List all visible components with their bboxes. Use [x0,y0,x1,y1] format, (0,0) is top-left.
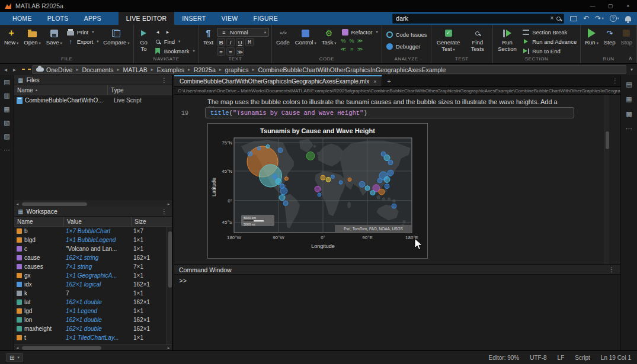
editor-vscrollbar[interactable] [604,95,609,265]
new-button[interactable]: + New▾ [2,27,20,47]
collapse-ribbon-button[interactable]: ∧ [628,55,632,61]
wrap-comments-button[interactable]: ≫ [357,37,364,44]
navigate-forward-icon[interactable]: ▸ [164,28,172,36]
run-and-advance-button[interactable]: Run and Advance [521,37,578,46]
right-panel-toggle-icon-2[interactable]: ▦ [626,96,632,102]
workspace-row[interactable]: t1×1 TiledChartLay...1×1 [14,333,172,342]
workspace-column-size[interactable]: Size [132,217,172,226]
breadcrumb-item[interactable]: MATLAB [123,66,148,73]
files-menu-icon[interactable]: ⋮ [160,77,168,83]
breadcrumb-item[interactable]: OneDrive [46,66,72,73]
files-column-name[interactable]: Name▴ [14,85,108,95]
command-window-menu-icon[interactable]: ⋮ [607,266,616,273]
tab-close-icon[interactable]: × [373,79,376,85]
text-button[interactable]: ¶ Text [201,27,215,47]
indent-right-button[interactable]: ≫ [357,46,364,53]
goto-button[interactable]: Go To [136,27,151,54]
breadcrumb-item[interactable]: CombineBubbleChartWithOtherGraphicsInGeo… [258,66,446,73]
bookmark-button[interactable]: Bookmark▾ [153,47,196,55]
refactor-button[interactable]: Refactor▾ [340,28,379,36]
breadcrumb-item[interactable]: graphics [225,66,249,73]
scroll-left-icon[interactable]: ◂ [14,345,21,351]
ribbon-tab-view[interactable]: VIEW [213,12,245,25]
workspace-vscrollbar[interactable] [167,227,172,344]
encoding-indicator[interactable]: UTF-8 [530,355,546,361]
bold-button[interactable]: B [217,38,225,46]
eol-indicator[interactable]: LF [558,355,565,361]
open-button[interactable]: Open▾ [22,27,43,47]
help-icon[interactable]: ?▾ [610,15,619,22]
files-hscrollbar[interactable]: ◂ ▸ [14,201,172,207]
right-panel-toggle-icon-1[interactable]: ▤ [626,81,632,88]
left-panel-toggle-icon-1[interactable]: ▤ [4,79,9,85]
search-input[interactable] [396,15,547,22]
task-button[interactable]: ⚙ Task▾ [320,27,338,47]
breadcrumb-item[interactable]: R2025a [194,66,216,73]
command-prompt[interactable]: >> [174,275,620,288]
bulleted-list-button[interactable]: ≡ [217,47,225,56]
code-line[interactable]: title("Tsunamis by Cause and Wave Height… [205,107,574,118]
redo-icon[interactable]: ↷▾ [595,15,603,22]
back-icon[interactable]: ◂ [2,66,9,73]
cursor-position[interactable]: Ln 19 Col 1 [601,355,631,361]
italic-button[interactable]: I [226,38,235,46]
breadcrumb-item[interactable]: Documents [82,66,113,73]
workspace-hscrollbar[interactable]: ◂ ▸ [14,344,172,350]
scroll-left-icon[interactable]: ◂ [14,201,21,207]
workspace-row[interactable]: gx1×1 GeographicA...1×1 [14,271,172,280]
zoom-level[interactable]: Editor: 90% [489,355,520,361]
run-to-end-button[interactable]: Run to End [521,47,578,55]
uncomment-button[interactable]: % [348,37,356,44]
workspace-row[interactable]: cause162×1 string162×1 [14,253,172,262]
navigate-back-icon[interactable]: ◂ [154,28,162,36]
undo-icon[interactable]: ↶ [583,15,589,22]
breadcrumb-item[interactable]: Examples [157,66,184,73]
layout-button[interactable]: ⊞ ▾ [6,353,23,362]
right-panel-toggle-icon-3[interactable]: ▩ [626,111,632,117]
path-history-icon[interactable]: ▾ [629,67,635,72]
step-button[interactable]: ↷ Step [602,27,617,47]
minimize-button[interactable]: — [584,0,601,12]
workspace-row[interactable]: causes7×1 string7×1 [14,262,172,271]
capture-icon[interactable] [570,16,577,21]
notifications-bell-icon[interactable] [625,16,631,21]
workspace-row[interactable]: lgd1×1 Legend1×1 [14,307,172,315]
text-style-dropdown[interactable]: ≡ Normal▾ [217,28,269,37]
left-panel-toggle-icon-2[interactable]: ▥ [4,92,9,99]
forward-icon[interactable]: ▸ [11,66,18,73]
workspace-row[interactable]: c"Volcano and Lan...1×1 [14,244,172,253]
numbered-list-button[interactable]: ≡ [226,47,235,56]
comment-button[interactable]: % [340,37,347,44]
scroll-right-icon[interactable]: ▸ [165,345,172,351]
tabbar-menu-icon[interactable]: ⋮ [610,75,620,86]
ribbon-tab-figure[interactable]: FIGURE [246,12,286,25]
files-column-type[interactable]: Type [108,85,172,95]
workspace-row[interactable]: lon162×1 double162×1 [14,315,172,324]
close-button[interactable]: × [619,0,637,12]
ribbon-tab-insert[interactable]: INSERT [174,12,213,25]
control-button[interactable]: Control▾ [293,27,318,47]
workspace-menu-icon[interactable]: ⋮ [160,208,168,215]
monospace-button[interactable]: M [245,38,254,46]
code-button[interactable]: </> Code [274,27,292,47]
left-more-icon[interactable]: ⋯ [4,147,10,153]
scroll-right-icon[interactable]: ▸ [165,201,172,207]
export-button[interactable]: ↑ Export▾ [66,37,100,46]
right-more-icon[interactable]: ⋯ [626,125,632,132]
run-button[interactable]: Run▾ [583,27,600,47]
insert-code-button[interactable]: ≫ [236,47,244,56]
print-button[interactable]: Print▾ [66,28,100,36]
left-panel-toggle-icon-4[interactable]: ▧ [4,120,9,126]
section-break-button[interactable]: Section Break [521,28,578,36]
find-button[interactable]: Find▾ [153,37,196,46]
document-canvas[interactable]: The map uses the bubble colors to illust… [174,95,620,265]
workspace-column-name[interactable]: Name [14,217,64,226]
ribbon-tab-plots[interactable]: PLOTS [40,12,76,25]
workspace-row[interactable]: k71×1 [14,289,172,298]
ribbon-tab-apps[interactable]: APPS [76,12,109,25]
search-icon[interactable] [556,17,561,21]
underline-button[interactable]: U [236,38,244,46]
figure-output[interactable]: Tsunamis by Cause and Wave Height [207,123,428,259]
run-section-button[interactable]: Run Section [495,27,519,54]
new-tab-button[interactable]: + [382,75,395,86]
